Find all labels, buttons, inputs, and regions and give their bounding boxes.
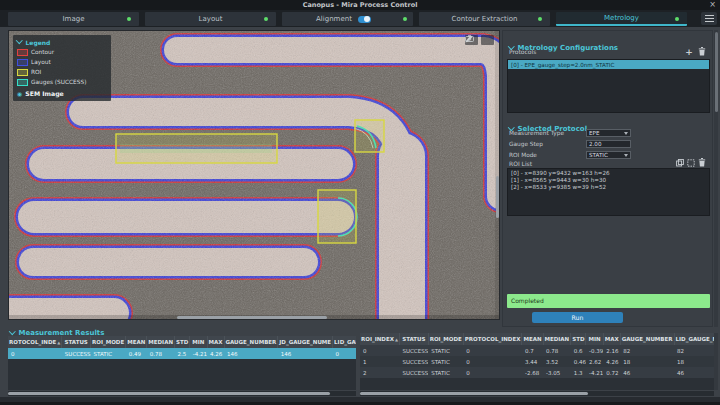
protocol-list[interactable]: [0] - EPE_gauge_step=2.0nm_STATIC [507,59,710,113]
roi-rect-0[interactable] [116,134,277,163]
column-header[interactable]: MAX [207,336,224,348]
scrollbar-thumb[interactable] [496,176,499,218]
table-cell: 3.52 [543,356,571,367]
right-table-horizontal-scrollbar[interactable] [360,391,714,396]
list-item[interactable]: [0] - x=8390 y=9432 w=163 h=26 [508,169,709,176]
delete-roi-button[interactable] [697,158,707,167]
table-cell: SUCCESS [400,367,429,378]
table-row[interactable]: 2SUCCESSSTATIC0-2.68-3.051.3-4.210.72464… [360,367,714,378]
table-cell: 4.26 [207,348,224,359]
column-header[interactable]: STD [571,333,586,345]
measurement-type-select[interactable]: EPE [586,129,631,137]
table-cell: 18 [674,356,714,367]
edit-pencil-icon[interactable] [481,35,494,45]
roi-mode-select[interactable]: STATIC [586,151,631,159]
roi-swatch [17,69,28,76]
table-cell: STATIC [91,348,126,359]
table-cell: 0 [8,348,62,359]
sort-icon: ▲ [57,340,60,345]
column-header[interactable]: GAUGE_NUMBER [224,336,278,348]
roi-list[interactable]: [0] - x=8390 y=9432 w=163 h=26[1] - x=85… [507,168,710,216]
alignment-toggle[interactable] [358,16,371,23]
column-header[interactable]: JD_GAUGE_NUME [278,336,333,348]
delete-protocol-button[interactable] [697,47,707,56]
column-header[interactable]: LID_GAUGE_NUMB [674,333,714,345]
duplicate-icon [676,159,684,167]
run-button[interactable]: Run [532,312,623,323]
protocols-label: Protocols [509,48,536,55]
tab-contour-extraction-label: Contour Extraction [452,15,518,23]
tab-image[interactable]: Image [8,12,139,26]
legend-item-layout: Layout [17,59,107,66]
column-header[interactable]: MIN [586,333,603,345]
legend-item-gauges: Gauges (SUCCESS) [17,79,107,86]
column-header[interactable]: MAX [603,333,620,345]
table-cell: 2.5 [175,348,190,359]
column-header[interactable]: MIN [190,336,207,348]
table-cell: 3.44 [522,356,543,367]
table-cell: 0.78 [543,345,571,356]
gauge-step-input[interactable]: 2.00 [586,140,631,148]
table-row[interactable]: 1SUCCESSSTATIC03.443.520.462.624.2618180 [360,356,714,367]
column-header[interactable]: ROI_MODE [428,333,463,345]
add-protocol-button[interactable]: + [684,47,694,56]
close-icon[interactable]: × [709,0,716,10]
table-cell: 0 [360,345,400,356]
column-header[interactable]: GAUGE_NUMBER [620,333,674,345]
column-header[interactable]: STATUS [400,333,429,345]
legend-item-contour: Contour [17,49,107,56]
tab-layout[interactable]: Layout [145,12,276,26]
scrollbar-thumb[interactable] [360,392,588,395]
column-header[interactable]: ROTOCOL_INDE▲ [8,336,62,348]
panel-vertical-scrollbar[interactable] [714,30,718,327]
tab-bar: Image Layout Alignment Contour Extractio… [0,10,720,27]
column-header[interactable]: PROTOCOL_INDEX [463,333,522,345]
gauges-swatch [17,79,28,86]
column-header[interactable]: MEDIAN [147,336,175,348]
viewer-horizontal-scrollbar[interactable] [9,315,499,319]
legend-item-roi: ROI [17,69,107,76]
column-header[interactable]: ROI_INDEX▲ [360,333,400,345]
legend-header[interactable]: Legend [17,38,107,46]
column-header[interactable]: STATUS [62,336,91,348]
list-item[interactable]: [1] - x=8565 y=9443 w=30 h=30 [508,176,709,183]
scrollbar-thumb[interactable] [715,32,718,112]
sem-image-viewer[interactable]: Legend Contour Layout ROI Gauges (SUCCES… [8,30,500,320]
protocol-results-table-container: ROTOCOL_INDE▲STATUSROI_MODEMEANMEDIANSTD… [8,336,356,390]
right-table-vertical-scrollbar[interactable] [714,333,718,390]
scrollbar-thumb[interactable] [8,392,330,395]
roi-rect-1[interactable] [355,120,384,152]
chevron-down-icon [16,37,22,43]
trash-icon [698,47,706,56]
column-header[interactable]: ROI_MODE [91,336,126,348]
gauge-step-row: Gauge Step 2.00 [509,139,631,148]
column-header[interactable]: MEDIAN [543,333,571,345]
scrollbar-thumb[interactable] [177,316,327,319]
column-header[interactable]: MEAN [522,333,543,345]
tab-alignment[interactable]: Alignment [282,12,413,26]
column-header[interactable]: STD [175,336,190,348]
table-row[interactable]: 0SUCCESSSTATIC00.70.780.6-0.392.1682820 [360,345,714,356]
table-cell: 2.16 [603,345,620,356]
tab-contour-extraction[interactable]: Contour Extraction [419,12,550,26]
column-header[interactable]: LID_GAUGE_NUM [333,336,356,348]
roi-results-table: ROI_INDEX▲STATUSROI_MODEPROTOCOL_INDEXME… [360,333,714,378]
list-item[interactable]: [2] - x=8533 y=9385 w=39 h=52 [508,183,709,190]
status-dot [675,17,679,21]
table-cell: SUCCESS [62,348,91,359]
tab-metrology[interactable]: Metrology [556,12,687,26]
hamburger-menu-icon[interactable] [701,12,717,25]
viewer-vertical-scrollbar[interactable] [495,31,499,319]
tab-layout-label: Layout [199,15,223,23]
table-cell: -2.68 [522,367,543,378]
table-cell: STATIC [428,356,463,367]
roi-rect-2[interactable] [318,190,356,243]
table-row[interactable]: 0SUCCESSSTATIC0.490.782.5-4.214.26146146… [8,348,356,359]
list-item[interactable]: [0] - EPE_gauge_step=2.0nm_STATIC [508,60,709,69]
left-table-horizontal-scrollbar[interactable] [8,391,356,396]
column-header[interactable]: MEAN [126,336,147,348]
status-dot [538,17,542,21]
duplicate-roi-button[interactable] [675,158,685,167]
draw-roi-button[interactable] [686,158,696,167]
sem-image-layer-row[interactable]: ◉ SEM Image [17,90,107,97]
